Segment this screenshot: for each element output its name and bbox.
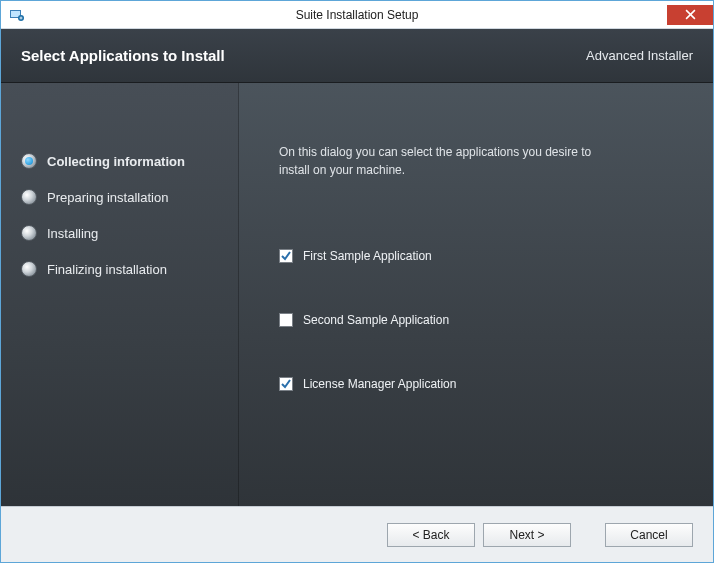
app-option-license-manager[interactable]: License Manager Application <box>279 377 673 391</box>
header-bar: Select Applications to Install Advanced … <box>1 29 713 83</box>
titlebar: Suite Installation Setup <box>1 1 713 29</box>
radio-icon <box>21 225 37 241</box>
step-label: Finalizing installation <box>47 262 167 277</box>
body: Collecting information Preparing install… <box>1 83 713 506</box>
app-label: Second Sample Application <box>303 313 449 327</box>
checkbox-icon[interactable] <box>279 377 293 391</box>
window-title: Suite Installation Setup <box>296 8 419 22</box>
app-option-first-sample[interactable]: First Sample Application <box>279 249 673 263</box>
steps-sidebar: Collecting information Preparing install… <box>1 83 239 506</box>
cancel-button[interactable]: Cancel <box>605 523 693 547</box>
checkbox-icon[interactable] <box>279 313 293 327</box>
description-text: On this dialog you can select the applic… <box>279 143 599 179</box>
step-collecting: Collecting information <box>21 153 226 169</box>
page-title: Select Applications to Install <box>21 47 225 64</box>
step-finalizing: Finalizing installation <box>21 261 226 277</box>
app-label: License Manager Application <box>303 377 456 391</box>
installer-window: Suite Installation Setup Select Applicat… <box>0 0 714 563</box>
back-button[interactable]: < Back <box>387 523 475 547</box>
step-preparing: Preparing installation <box>21 189 226 205</box>
app-label: First Sample Application <box>303 249 432 263</box>
footer-bar: < Back Next > Cancel <box>1 506 713 562</box>
checkbox-icon[interactable] <box>279 249 293 263</box>
radio-icon <box>21 189 37 205</box>
brand-label: Advanced Installer <box>586 48 693 63</box>
main-panel: On this dialog you can select the applic… <box>239 83 713 506</box>
step-label: Preparing installation <box>47 190 168 205</box>
app-option-second-sample[interactable]: Second Sample Application <box>279 313 673 327</box>
next-button[interactable]: Next > <box>483 523 571 547</box>
step-installing: Installing <box>21 225 226 241</box>
close-button[interactable] <box>667 5 713 25</box>
step-label: Installing <box>47 226 98 241</box>
step-label: Collecting information <box>47 154 185 169</box>
radio-icon <box>21 153 37 169</box>
app-icon <box>9 7 25 23</box>
radio-icon <box>21 261 37 277</box>
svg-rect-1 <box>11 11 20 17</box>
